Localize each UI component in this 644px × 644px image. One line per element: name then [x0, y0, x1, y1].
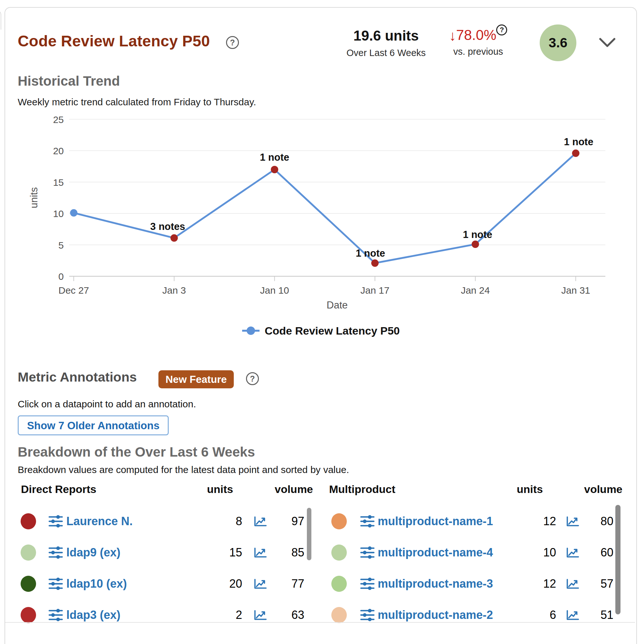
data-point[interactable]: [271, 166, 278, 173]
annotation-label[interactable]: 1 note: [463, 229, 492, 240]
help-icon[interactable]: ?: [496, 24, 507, 35]
chart-link-icon[interactable]: [253, 577, 267, 591]
volume-value: 60: [578, 541, 613, 564]
table-row: multiproduct-name-4 10 60: [325, 541, 625, 564]
x-tick-label: Jan 17: [360, 285, 389, 296]
breakdown-entity-link[interactable]: multiproduct-name-4: [378, 541, 493, 564]
annotation-label[interactable]: 3 notes: [150, 221, 185, 232]
data-point[interactable]: [371, 260, 379, 267]
annotation-label[interactable]: 1 note: [260, 152, 289, 163]
sliders-icon[interactable]: [48, 576, 63, 591]
y-tick-label: 10: [53, 208, 64, 219]
x-tick-label: Dec 27: [58, 285, 89, 296]
breakdown-subtitle: Breakdown values are computed for the la…: [18, 464, 349, 475]
x-axis-title: Date: [327, 299, 347, 311]
new-feature-badge: New Feature: [158, 370, 234, 388]
volume-value: 80: [578, 510, 613, 533]
series-color-dot: [331, 513, 347, 529]
sliders-icon[interactable]: [360, 545, 375, 560]
chevron-down-icon: [598, 37, 617, 49]
data-point[interactable]: [170, 234, 178, 242]
data-point[interactable]: [70, 209, 78, 217]
table-scrollbar[interactable]: [307, 508, 311, 560]
sliders-icon[interactable]: [360, 514, 375, 529]
series-color-dot: [331, 545, 347, 561]
multiproduct-header-row: Multiproduct units volume: [325, 483, 628, 498]
y-axis-title: units: [28, 187, 40, 208]
collapse-card-button[interactable]: [598, 37, 617, 50]
column-header: volume: [275, 483, 310, 496]
sliders-icon[interactable]: [48, 514, 63, 529]
annotation-hint: Click on a datapoint to add an annotatio…: [18, 399, 196, 410]
legend-marker-dot: [247, 327, 255, 335]
volume-value: 85: [269, 541, 304, 564]
volume-value: 63: [269, 603, 304, 627]
metric-delta-caption: vs. previous: [428, 46, 528, 57]
sliders-icon[interactable]: [360, 576, 375, 591]
series-color-dot: [331, 607, 347, 623]
table-row: ldap10 (ex) 20 77: [13, 572, 312, 595]
volume-value: 77: [269, 572, 304, 595]
breakdown-entity-link[interactable]: ldap3 (ex): [66, 603, 120, 627]
table-scrollbar[interactable]: [615, 505, 620, 614]
table-row: multiproduct-name-1 12 80: [325, 510, 625, 533]
metric-annotations-heading: Metric Annotations: [18, 370, 137, 385]
sliders-icon[interactable]: [48, 608, 63, 622]
series-color-dot: [21, 576, 36, 592]
metric-value-caption: Over Last 6 Weeks: [336, 48, 436, 58]
metric-value: 19.6 units: [336, 28, 436, 44]
breakdown-entity-link[interactable]: multiproduct-name-3: [378, 572, 493, 595]
page-title: Code Review Latency P50: [18, 32, 210, 50]
x-tick-label: Jan 24: [461, 285, 490, 296]
metric-delta-block: ↓ 78.0% ? vs. previous: [428, 28, 528, 57]
breakdown-entity-link[interactable]: multiproduct-name-2: [378, 603, 493, 627]
breakdown-entity-link[interactable]: Laurence N.: [66, 510, 133, 533]
data-point[interactable]: [472, 241, 479, 248]
x-tick-label: Jan 3: [162, 285, 186, 296]
units-value: 20: [193, 572, 242, 595]
units-value: 12: [507, 510, 556, 533]
table-row: multiproduct-name-2 6 51: [325, 603, 625, 627]
series-color-dot: [21, 545, 36, 561]
volume-value: 57: [578, 572, 613, 595]
breakdown-entity-link[interactable]: ldap10 (ex): [66, 572, 127, 595]
metric-value-block: 19.6 units Over Last 6 Weeks: [336, 28, 436, 58]
volume-value: 51: [578, 603, 613, 627]
y-tick-label: 25: [53, 114, 64, 125]
units-value: 8: [193, 510, 242, 533]
score-badge: 3.6: [540, 24, 576, 61]
metric-card-page: Code Review Latency P50 ? 19.6 units Ove…: [0, 0, 644, 644]
chart-link-icon[interactable]: [566, 515, 579, 528]
y-tick-label: 20: [53, 146, 64, 156]
column-header: Multiproduct: [329, 483, 395, 496]
breakdown-heading: Breakdown of the Over Last 6 Weeks: [18, 444, 255, 460]
y-tick-label: 15: [53, 177, 64, 188]
volume-value: 97: [269, 510, 304, 533]
sliders-icon[interactable]: [48, 545, 63, 560]
chart-link-icon[interactable]: [253, 515, 267, 528]
chart-link-icon[interactable]: [253, 608, 267, 622]
data-point[interactable]: [572, 149, 580, 157]
chart-link-icon[interactable]: [566, 608, 579, 622]
table-row: ldap9 (ex) 15 85: [13, 541, 312, 564]
sliders-icon[interactable]: [360, 608, 375, 622]
chart-link-icon[interactable]: [566, 546, 579, 559]
help-icon[interactable]: ?: [246, 372, 259, 385]
chart-link-icon[interactable]: [566, 577, 579, 591]
annotation-label[interactable]: 1 note: [564, 136, 593, 147]
annotation-label[interactable]: 1 note: [356, 248, 385, 259]
y-tick-label: 5: [58, 240, 64, 251]
legend-label[interactable]: Code Review Latency P50: [265, 325, 400, 337]
units-value: 6: [507, 603, 556, 627]
breakdown-entity-link[interactable]: multiproduct-name-1: [378, 510, 493, 533]
help-icon[interactable]: ?: [226, 36, 239, 49]
trend-chart[interactable]: 0510152025Dec 27Jan 3Jan 10Jan 17Jan 24J…: [0, 106, 644, 345]
table-row: multiproduct-name-3 12 57: [325, 572, 625, 595]
historical-trend-heading: Historical Trend: [18, 73, 120, 89]
trend-line: [74, 153, 576, 263]
units-value: 12: [507, 572, 556, 595]
x-tick-label: Jan 31: [561, 285, 590, 296]
breakdown-entity-link[interactable]: ldap9 (ex): [66, 541, 120, 564]
chart-link-icon[interactable]: [253, 546, 267, 559]
show-older-annotations-button[interactable]: Show 7 Older Annotations: [18, 415, 169, 435]
